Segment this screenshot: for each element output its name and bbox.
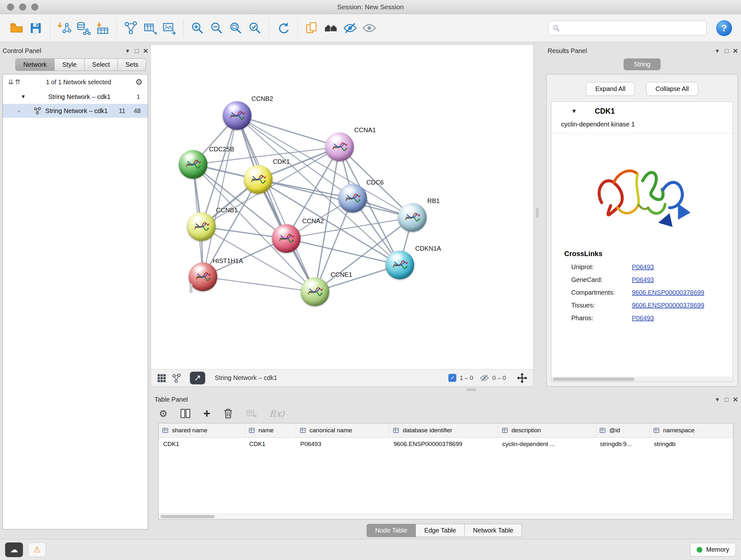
float-panel-icon[interactable]: □: [135, 47, 139, 55]
close-panel-icon[interactable]: ×: [143, 46, 148, 56]
delete-table-button-disabled[interactable]: [246, 408, 258, 419]
expand-all-button[interactable]: Expand All: [586, 82, 635, 96]
network-canvas[interactable]: CCNB2CCNA1CDC25BCDK1CDC6RB1CCNB1CCNA2CDK…: [151, 45, 533, 369]
warnings-button[interactable]: ⚠: [28, 543, 46, 557]
tab-network-table[interactable]: Network Table: [465, 524, 522, 537]
collapse-all-icon[interactable]: ⇈: [15, 78, 21, 86]
crosslink-link[interactable]: P06493: [632, 263, 654, 271]
crosslink-link[interactable]: P06493: [632, 276, 654, 284]
table-horizontal-scrollbar[interactable]: [158, 514, 733, 519]
help-button[interactable]: ?: [716, 20, 732, 36]
crosslink-link[interactable]: P06493: [632, 314, 654, 322]
birdseye-grid-button[interactable]: [157, 373, 166, 383]
selected-checkbox[interactable]: ✓: [448, 374, 456, 382]
tree-options-gear-icon[interactable]: ⚙: [135, 77, 143, 87]
add-column-button[interactable]: +: [203, 409, 210, 418]
tab-node-table[interactable]: Node Table: [367, 524, 416, 537]
save-session-button[interactable]: [26, 18, 45, 38]
zoom-selected-button[interactable]: [246, 18, 265, 38]
column-header-namespace[interactable]: namespace: [650, 423, 733, 437]
hide-selected-button[interactable]: [340, 18, 360, 38]
column-header-database-identifier[interactable]: database identifier: [389, 423, 498, 437]
open-session-button[interactable]: [7, 18, 26, 38]
horizontal-splitter[interactable]: [151, 387, 738, 393]
expand-all-icon[interactable]: ⇊: [8, 78, 14, 86]
pan-move-icon[interactable]: [517, 373, 528, 383]
entry-expander-icon[interactable]: ▼: [571, 108, 577, 115]
tab-style[interactable]: Style: [55, 58, 84, 71]
crosslink-link[interactable]: 9606.ENSP00000378699: [632, 289, 704, 296]
results-tab-string[interactable]: String: [623, 58, 661, 70]
column-header-description[interactable]: description: [498, 423, 596, 437]
zoom-out-button[interactable]: [207, 18, 226, 38]
network-node-CDKN1A[interactable]: [386, 251, 414, 279]
network-node-CDC25B[interactable]: [179, 150, 207, 179]
table-row[interactable]: CDK1 CDK1 P06493 9606.ENSP00000378699 cy…: [158, 438, 733, 450]
hidden-count-badge: 0 – 0: [492, 374, 506, 381]
show-columns-button[interactable]: [180, 408, 191, 419]
import-network-from-database-button[interactable]: [74, 18, 93, 38]
splitter-handle[interactable]: [467, 388, 476, 391]
collapse-panel-icon[interactable]: ▾: [716, 395, 719, 403]
network-node-CDK1[interactable]: [244, 165, 273, 194]
import-network-from-file-button[interactable]: [55, 18, 74, 38]
tree-expander-icon[interactable]: ▼: [21, 94, 30, 100]
tab-sets[interactable]: Sets: [118, 58, 146, 71]
crosslink-link[interactable]: 9606.ENSP00000378699: [632, 302, 704, 309]
close-panel-icon[interactable]: ×: [733, 395, 738, 405]
crosslinks-heading: CrossLinks: [551, 250, 733, 258]
network-overview-button[interactable]: [172, 373, 181, 383]
network-node-HIST1H1A[interactable]: [189, 262, 217, 291]
collapse-all-button[interactable]: Collapse All: [646, 82, 698, 96]
network-node-CDC6[interactable]: [338, 184, 367, 212]
copy-button[interactable]: [302, 18, 321, 38]
network-collection-row[interactable]: ▼ String Network – cdk1 1: [3, 90, 148, 104]
column-header-at-id[interactable]: @id: [596, 423, 650, 437]
close-panel-icon[interactable]: ×: [733, 46, 738, 56]
maximize-window-button[interactable]: [31, 3, 38, 10]
vertical-splitter[interactable]: [534, 44, 546, 387]
home-view-button[interactable]: [321, 18, 340, 38]
collapse-panel-icon[interactable]: ▾: [716, 47, 719, 55]
collapse-panel-icon[interactable]: ▾: [126, 47, 129, 55]
network-node-CCNA1[interactable]: [325, 132, 354, 161]
column-header-canonical-name[interactable]: canonical name: [296, 423, 389, 437]
network-node-CCNE1[interactable]: [300, 277, 329, 306]
export-network-button[interactable]: ↗: [190, 372, 205, 384]
tab-select[interactable]: Select: [84, 58, 118, 71]
close-window-button[interactable]: [7, 3, 14, 10]
float-panel-icon[interactable]: □: [725, 47, 729, 55]
results-horizontal-scrollbar[interactable]: [551, 377, 733, 381]
tab-edge-table[interactable]: Edge Table: [416, 524, 465, 537]
splitter-handle[interactable]: [536, 208, 539, 218]
float-panel-icon[interactable]: □: [725, 396, 729, 403]
warning-icon: ⚠: [33, 545, 41, 555]
delete-column-button[interactable]: [222, 408, 234, 419]
import-table-from-file-button[interactable]: [93, 18, 112, 38]
network-row-selected[interactable]: ● String Network – cdk1 11 48: [3, 104, 148, 118]
refresh-view-button[interactable]: [274, 18, 293, 38]
cloud-button[interactable]: ☁: [5, 543, 23, 557]
function-builder-button[interactable]: f(x): [270, 409, 284, 419]
network-node-RB1[interactable]: [398, 203, 427, 232]
column-header-name[interactable]: name: [245, 423, 296, 437]
minimize-window-button[interactable]: [19, 3, 26, 10]
memory-button[interactable]: Memory: [690, 543, 736, 557]
network-node-CCNB2[interactable]: [223, 101, 252, 130]
zoom-fit-button[interactable]: [226, 18, 246, 38]
column-header-shared-name[interactable]: shared name: [158, 423, 245, 437]
export-image-button[interactable]: [159, 18, 179, 38]
tab-network[interactable]: Network: [15, 58, 55, 71]
search-input[interactable]: [563, 24, 702, 32]
network-node-CCNB1[interactable]: [187, 212, 216, 241]
splitter-handle[interactable]: [190, 284, 192, 293]
scrollbar-thumb[interactable]: [160, 515, 215, 518]
new-table-button[interactable]: [140, 18, 159, 38]
zoom-in-button[interactable]: [188, 18, 207, 38]
network-node-CCNA2[interactable]: [272, 224, 300, 253]
table-settings-gear-icon[interactable]: ⚙: [159, 408, 167, 419]
network-node-label: CDC6: [366, 179, 384, 186]
show-all-button[interactable]: [360, 18, 379, 38]
columns-icon: [180, 408, 191, 419]
new-network-button[interactable]: [121, 18, 140, 38]
